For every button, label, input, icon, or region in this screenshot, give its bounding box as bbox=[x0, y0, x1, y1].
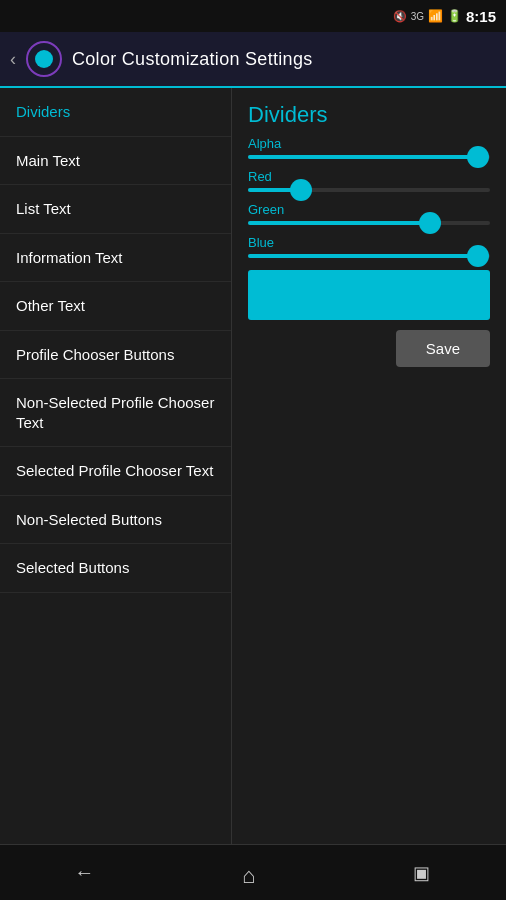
back-button[interactable]: ‹ bbox=[10, 49, 16, 70]
nav-back-button[interactable] bbox=[54, 853, 114, 893]
battery-icon: 🔋 bbox=[447, 9, 462, 23]
sidebar-item-selected-profile-chooser-text[interactable]: Selected Profile Chooser Text bbox=[0, 447, 231, 496]
alpha-thumb[interactable] bbox=[467, 146, 489, 168]
blue-thumb[interactable] bbox=[467, 245, 489, 267]
right-panel: Dividers Alpha Red Green bbox=[232, 88, 506, 844]
red-track[interactable] bbox=[248, 188, 490, 192]
alpha-label: Alpha bbox=[248, 136, 490, 151]
home-nav-icon bbox=[242, 863, 264, 883]
sidebar-item-profile-chooser-buttons[interactable]: Profile Chooser Buttons bbox=[0, 331, 231, 380]
status-time: 8:15 bbox=[466, 8, 496, 25]
color-preview bbox=[248, 270, 490, 320]
back-nav-icon bbox=[74, 861, 94, 884]
sidebar-item-information-text[interactable]: Information Text bbox=[0, 234, 231, 283]
green-thumb[interactable] bbox=[419, 212, 441, 234]
sidebar-item-selected-buttons[interactable]: Selected Buttons bbox=[0, 544, 231, 593]
app-icon-inner bbox=[35, 50, 53, 68]
sidebar-item-other-text[interactable]: Other Text bbox=[0, 282, 231, 331]
sidebar-item-non-selected-buttons[interactable]: Non-Selected Buttons bbox=[0, 496, 231, 545]
sidebar-item-dividers[interactable]: Dividers bbox=[0, 88, 231, 137]
green-fill bbox=[248, 221, 430, 225]
blue-track[interactable] bbox=[248, 254, 490, 258]
green-slider-section: Green bbox=[248, 202, 490, 225]
save-button[interactable]: Save bbox=[396, 330, 490, 367]
status-bar: 🔇 3G 📶 🔋 8:15 bbox=[0, 0, 506, 32]
red-thumb[interactable] bbox=[290, 179, 312, 201]
blue-fill bbox=[248, 254, 478, 258]
red-slider-section: Red bbox=[248, 169, 490, 192]
sidebar-item-main-text[interactable]: Main Text bbox=[0, 137, 231, 186]
nav-recent-button[interactable] bbox=[392, 853, 452, 893]
mute-icon: 🔇 bbox=[393, 10, 407, 23]
panel-title: Dividers bbox=[248, 102, 490, 128]
signal-icon: 📶 bbox=[428, 9, 443, 23]
alpha-track[interactable] bbox=[248, 155, 490, 159]
sidebar: Dividers Main Text List Text Information… bbox=[0, 88, 232, 844]
nav-home-button[interactable] bbox=[223, 853, 283, 893]
green-track[interactable] bbox=[248, 221, 490, 225]
recent-nav-icon bbox=[413, 862, 430, 884]
top-bar: ‹ Color Customization Settings bbox=[0, 32, 506, 88]
red-label: Red bbox=[248, 169, 490, 184]
main-content: Dividers Main Text List Text Information… bbox=[0, 88, 506, 844]
blue-label: Blue bbox=[248, 235, 490, 250]
alpha-slider-section: Alpha bbox=[248, 136, 490, 159]
bottom-nav bbox=[0, 844, 506, 900]
sidebar-item-non-selected-profile-chooser-text[interactable]: Non-Selected Profile Chooser Text bbox=[0, 379, 231, 447]
sidebar-item-list-text[interactable]: List Text bbox=[0, 185, 231, 234]
3g-icon: 3G bbox=[411, 11, 424, 22]
blue-slider-section: Blue bbox=[248, 235, 490, 258]
app-icon-circle bbox=[26, 41, 62, 77]
alpha-fill bbox=[248, 155, 478, 159]
status-icons: 🔇 3G 📶 🔋 8:15 bbox=[393, 8, 496, 25]
page-title: Color Customization Settings bbox=[72, 49, 313, 70]
green-label: Green bbox=[248, 202, 490, 217]
